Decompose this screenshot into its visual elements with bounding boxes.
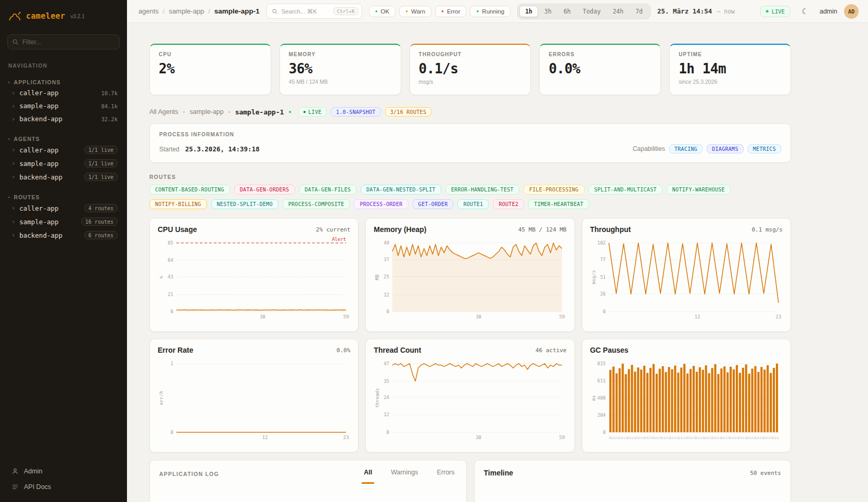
sidebar-filter-input[interactable] <box>7 34 120 49</box>
chart-value-label: 0.1 msg/s <box>751 226 783 233</box>
breadcrumb-separator: / <box>208 8 210 15</box>
agent-crumb-all-agents[interactable]: All Agents <box>149 108 178 115</box>
global-search-input[interactable] <box>282 8 330 15</box>
route-chip-split-and-multicast[interactable]: SPLIT-AND-MULTICAST <box>589 185 662 195</box>
chart-canvas: 0204408611815ms2026-03-25 2026-03-25 202… <box>590 357 783 441</box>
svg-text:26: 26 <box>600 291 606 297</box>
chevron-right-icon: › <box>11 173 15 181</box>
breadcrumb-item-agents[interactable]: agents <box>138 7 159 15</box>
sidebar-item-backend-app[interactable]: ›backend-app32.2k <box>7 112 120 125</box>
sidebar-group-header-agents[interactable]: ▸AGENTS <box>7 135 120 143</box>
route-chip-route2[interactable]: ROUTE2 <box>493 199 524 209</box>
route-chip-data-gen-orders[interactable]: DATA-GEN-ORDERS <box>234 185 295 195</box>
sidebar-item-admin[interactable]: Admin <box>7 464 120 479</box>
sidebar-item-caller-app[interactable]: ›caller-app4 routes <box>7 201 120 215</box>
process-info-row: Started 25.3.2026, 14:39:18 Capabilities… <box>159 144 781 153</box>
agent-crumb-sample-app-1[interactable]: sample-app-1 <box>235 108 284 116</box>
log-tab-all[interactable]: All <box>362 469 374 484</box>
sidebar-item-api-docs[interactable]: API Docs <box>7 479 120 495</box>
time-range-display[interactable]: 25. März 14:54 — now <box>657 7 735 15</box>
user-menu[interactable]: admin <box>820 8 837 15</box>
status-dot-icon: ● <box>303 110 306 114</box>
status-filter-error[interactable]: ●Error <box>435 6 466 17</box>
svg-text:err/h: err/h <box>159 391 164 405</box>
stat-card-uptime: UPTIME1h 14msince 25.3.2026 <box>669 44 791 95</box>
svg-text:23: 23 <box>343 435 349 440</box>
time-range-24h[interactable]: 24h <box>607 6 629 17</box>
stat-label: UPTIME <box>679 52 782 57</box>
status-dot-icon: ● <box>476 9 479 14</box>
capability-badge-metrics: METRICS <box>748 144 781 153</box>
agent-crumbs: All Agents•sample-app•sample-app-1● <box>149 108 291 116</box>
agent-crumb-sample-app[interactable]: sample-app <box>189 108 223 115</box>
sidebar-group-header-applications[interactable]: ▸APPLICATIONS <box>7 78 120 86</box>
sidebar-group-routes: ▸ROUTES›caller-app4 routes›sample-app16 … <box>7 193 120 242</box>
route-chip-nested-split-demo[interactable]: NESTED-SPLIT-DEMO <box>211 199 278 209</box>
global-search[interactable]: Ctrl+K <box>266 4 362 19</box>
status-filter-warn[interactable]: ●Warn <box>399 6 431 17</box>
route-chip-process-composite[interactable]: PROCESS-COMPOSITE <box>283 199 350 209</box>
svg-text:12: 12 <box>694 314 700 319</box>
route-chip-content-based-routing[interactable]: CONTENT-BASED-ROUTING <box>149 185 230 195</box>
time-range-7d[interactable]: 7d <box>630 6 648 17</box>
crumb-dot-separator: • <box>228 109 231 115</box>
svg-text:12: 12 <box>262 435 268 440</box>
route-chip-timer-heartbeat[interactable]: TIMER-HEARTBEAT <box>528 199 589 209</box>
topbar-right: ● LIVE ☾ admin AD <box>760 4 859 19</box>
time-range-today[interactable]: Today <box>577 6 607 17</box>
main-area: agents/sample-app/sample-app-1 Ctrl+K ●O… <box>127 0 868 502</box>
charts-grid: CPU Usage2% current021436485%3059AlertMe… <box>149 218 791 453</box>
time-range-3h[interactable]: 3h <box>539 6 557 17</box>
chevron-right-icon: › <box>11 115 15 123</box>
status-filter-running[interactable]: ●Running <box>470 6 510 17</box>
sidebar-item-backend-app[interactable]: ›backend-app1/1 live <box>7 170 120 184</box>
avatar[interactable]: AD <box>844 4 859 19</box>
routes-section-label: ROUTES <box>149 174 791 180</box>
svg-text:30: 30 <box>476 314 482 319</box>
status-filter-ok[interactable]: ●OK <box>369 6 395 17</box>
sidebar-item-caller-app[interactable]: ›caller-app10.7k <box>7 86 120 99</box>
stat-label: CPU <box>159 52 262 57</box>
sidebar-item-sample-app[interactable]: ›sample-app1/1 live <box>7 157 120 170</box>
search-icon <box>12 38 19 45</box>
agent-badge-live: ●LIVE <box>298 107 327 117</box>
time-range-1h[interactable]: 1h <box>519 6 538 17</box>
route-chip-notify-warehouse[interactable]: NOTIFY-WAREHOUSE <box>667 185 731 195</box>
status-dot-icon: ● <box>441 9 444 14</box>
stat-value: 1h 14m <box>679 61 782 76</box>
svg-text:2026-03-25 2026-03-25 2026-03-: 2026-03-25 2026-03-25 2026-03-25 2026-03… <box>609 436 778 440</box>
sidebar-item-sample-app[interactable]: ›sample-app16 routes <box>7 215 120 228</box>
route-chip-notify-billing[interactable]: NOTIFY-BILLING <box>149 199 207 209</box>
route-chip-file-processing[interactable]: FILE-PROCESSING <box>524 185 584 195</box>
svg-text:0: 0 <box>171 309 173 314</box>
breadcrumb-separator: / <box>163 8 164 15</box>
route-chip-data-gen-nested-split[interactable]: DATA-GEN-NESTED-SPLIT <box>361 185 441 195</box>
theme-toggle[interactable]: ☾ <box>797 4 813 19</box>
item-count-badge: 6 routes <box>84 231 118 239</box>
svg-text:24: 24 <box>384 395 389 400</box>
sidebar-item-caller-app[interactable]: ›caller-app1/1 live <box>7 143 120 157</box>
breadcrumb-item-sample-app-1[interactable]: sample-app-1 <box>214 7 260 15</box>
sidebar-item-backend-app[interactable]: ›backend-app6 routes <box>7 228 120 242</box>
sidebar-item-sample-app[interactable]: ›sample-app84.1k <box>7 99 120 112</box>
search-icon <box>272 8 278 15</box>
route-chip-process-order[interactable]: PROCESS-ORDER <box>354 199 408 209</box>
route-chip-error-handling-test[interactable]: ERROR-HANDLING-TEST <box>445 185 519 195</box>
log-tab-errors[interactable]: Errors <box>435 469 456 484</box>
sidebar-footer: Admin API Docs <box>7 464 120 495</box>
stat-value: 0.0% <box>548 61 652 76</box>
capabilities-label: Capabilities <box>633 145 665 152</box>
stat-card-memory: MEMORY36%45 MB / 124 MB <box>279 44 401 95</box>
route-chip-get-order[interactable]: GET-ORDER <box>413 199 454 209</box>
started-label: Started <box>159 146 180 153</box>
time-range-6h[interactable]: 6h <box>558 6 577 17</box>
sidebar-group-header-routes[interactable]: ▸ROUTES <box>7 193 120 201</box>
route-chip-data-gen-files[interactable]: DATA-GEN-FILES <box>299 185 357 195</box>
log-tab-warnings[interactable]: Warnings <box>389 469 420 484</box>
route-chip-route1[interactable]: ROUTE1 <box>457 199 489 209</box>
svg-text:%: % <box>159 276 164 279</box>
sidebar-group-agents: ▸AGENTS›caller-app1/1 live›sample-app1/1… <box>7 135 120 184</box>
breadcrumb-item-sample-app[interactable]: sample-app <box>169 7 204 15</box>
live-toggle[interactable]: ● LIVE <box>760 6 790 17</box>
process-info-card: PROCESS INFORMATION Started 25.3.2026, 1… <box>149 123 791 163</box>
